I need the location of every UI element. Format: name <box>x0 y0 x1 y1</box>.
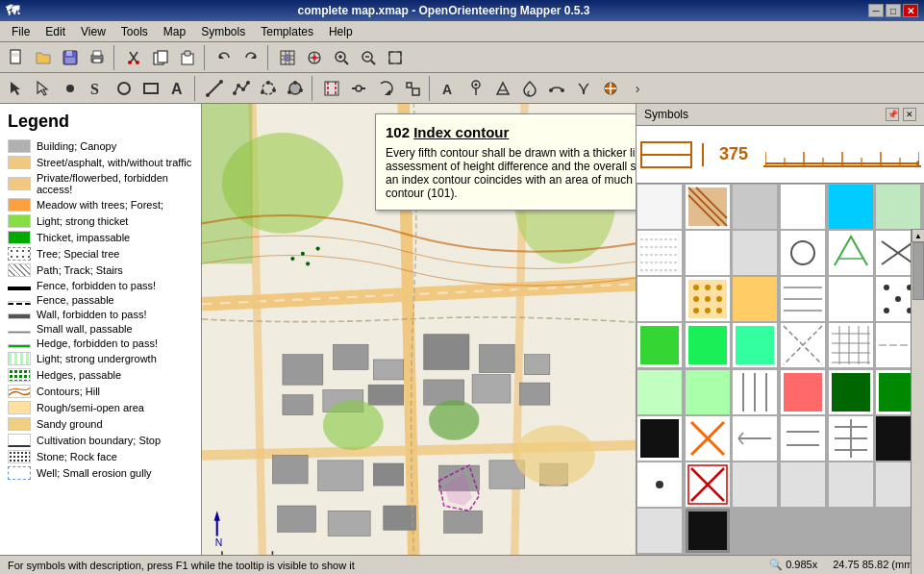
symbol-cell[interactable] <box>876 185 920 229</box>
svg-rect-178 <box>784 373 822 412</box>
symbol-cell[interactable] <box>637 323 682 367</box>
menu-view[interactable]: View <box>73 23 113 40</box>
symbol-cell[interactable] <box>686 231 730 275</box>
type-tool[interactable]: A <box>165 76 190 101</box>
maximize-button[interactable]: □ <box>886 4 901 17</box>
symbol-cell[interactable] <box>733 370 777 414</box>
symbol-cell[interactable] <box>686 323 730 367</box>
scale-tool[interactable] <box>400 76 425 101</box>
tag-tool[interactable] <box>463 76 488 101</box>
symbol-cell[interactable] <box>781 370 825 414</box>
symbol-cell[interactable] <box>637 462 682 507</box>
text-tool[interactable]: S <box>85 76 110 101</box>
point-tool[interactable] <box>58 76 83 101</box>
legend-swatch <box>8 214 31 228</box>
zoom-in-button[interactable] <box>329 45 354 70</box>
symbol-cell[interactable] <box>686 462 730 507</box>
fullscreen-button[interactable] <box>383 45 408 70</box>
symbol-cell[interactable] <box>686 185 730 229</box>
menu-file[interactable]: File <box>4 23 37 40</box>
minimize-button[interactable]: ─ <box>868 4 884 17</box>
symbols-scrollbar[interactable]: ▲ ▼ <box>911 229 924 574</box>
line-tool[interactable] <box>202 76 227 101</box>
rect-tool[interactable] <box>138 76 163 101</box>
list-item: Cultivation boundary; Stop <box>8 434 193 447</box>
close-button[interactable]: ✕ <box>903 4 918 17</box>
edit-tool[interactable] <box>31 76 56 101</box>
grid-button[interactable] <box>275 45 300 70</box>
menu-symbols[interactable]: Symbols <box>193 23 253 40</box>
connect-tool[interactable] <box>346 76 371 101</box>
polyline-tool[interactable] <box>229 76 254 101</box>
symbols-pin-button[interactable]: 📌 <box>886 108 899 121</box>
symbol-select-tool[interactable] <box>598 76 623 101</box>
circle-tool[interactable] <box>112 76 137 101</box>
symbol-cell[interactable] <box>733 323 777 367</box>
symbol-cell[interactable] <box>781 323 825 367</box>
symbol-cell[interactable] <box>829 185 873 229</box>
menu-help[interactable]: Help <box>321 23 361 40</box>
symbol-cell[interactable] <box>781 462 825 507</box>
cut-area-tool[interactable] <box>319 76 344 101</box>
symbol-cell[interactable] <box>829 277 873 321</box>
georef-button[interactable] <box>302 45 327 70</box>
symbol-cell[interactable] <box>637 185 682 229</box>
split-tool[interactable] <box>571 76 596 101</box>
symbol-cell[interactable] <box>686 509 730 553</box>
symbol-cell[interactable] <box>781 185 825 229</box>
redo-button[interactable] <box>238 45 263 70</box>
select-tool[interactable] <box>4 76 29 101</box>
list-item: Thicket, impassable <box>8 231 193 244</box>
menu-edit[interactable]: Edit <box>37 23 73 40</box>
svg-rect-95 <box>318 461 363 490</box>
copy-button[interactable] <box>148 45 173 70</box>
print-button[interactable] <box>85 45 110 70</box>
zoom-out-button[interactable] <box>356 45 381 70</box>
new-button[interactable] <box>4 45 29 70</box>
symbol-cell[interactable] <box>733 462 777 507</box>
symbol-cell[interactable] <box>686 277 730 321</box>
legend-swatch <box>8 434 31 447</box>
menu-templates[interactable]: Templates <box>253 23 321 40</box>
pattern-tool[interactable] <box>490 76 515 101</box>
symbol-cell[interactable] <box>781 231 825 275</box>
symbol-cell[interactable] <box>686 370 730 414</box>
contour-tool[interactable] <box>544 76 569 101</box>
symbol-cell[interactable] <box>637 277 682 321</box>
paste-button[interactable] <box>175 45 200 70</box>
symbol-cell[interactable] <box>829 231 873 275</box>
symbol-cell[interactable] <box>829 323 873 367</box>
symbol-cell[interactable] <box>637 370 682 414</box>
menu-map[interactable]: Map <box>156 23 193 40</box>
rotate-tool[interactable] <box>373 76 398 101</box>
svg-point-152 <box>716 308 722 313</box>
symbol-cell[interactable] <box>733 277 777 321</box>
symbol-cell[interactable] <box>781 277 825 321</box>
symbol-cell[interactable] <box>829 462 873 507</box>
symbol-cell[interactable] <box>733 231 777 275</box>
paint-tool[interactable] <box>517 76 542 101</box>
area-tool[interactable] <box>256 76 281 101</box>
svg-rect-87 <box>525 355 550 375</box>
symbol-cell[interactable] <box>829 416 873 461</box>
fill-tool[interactable] <box>283 76 308 101</box>
symbol-cell[interactable] <box>781 416 825 461</box>
symbols-close-button[interactable]: ✕ <box>903 108 916 121</box>
scroll-up-button[interactable]: ▲ <box>912 229 924 242</box>
more-tools[interactable]: › <box>625 76 650 101</box>
undo-button[interactable] <box>212 45 237 70</box>
symbol-cell[interactable] <box>733 416 777 461</box>
cut-button[interactable] <box>121 45 146 70</box>
menu-tools[interactable]: Tools <box>113 23 156 40</box>
symbol-cell[interactable] <box>733 185 777 229</box>
save-button[interactable] <box>58 45 83 70</box>
symbol-cell[interactable] <box>637 416 682 461</box>
symbol-cell[interactable] <box>686 416 730 461</box>
open-button[interactable] <box>31 45 56 70</box>
symbol-cell[interactable] <box>637 231 682 275</box>
symbol-cell[interactable] <box>637 509 682 553</box>
symbol-cell[interactable] <box>829 370 873 414</box>
map-area[interactable]: 102 Index contour Every fifth contour sh… <box>202 104 636 555</box>
measure-tool[interactable]: A <box>437 76 462 101</box>
scroll-thumb[interactable] <box>912 242 924 300</box>
